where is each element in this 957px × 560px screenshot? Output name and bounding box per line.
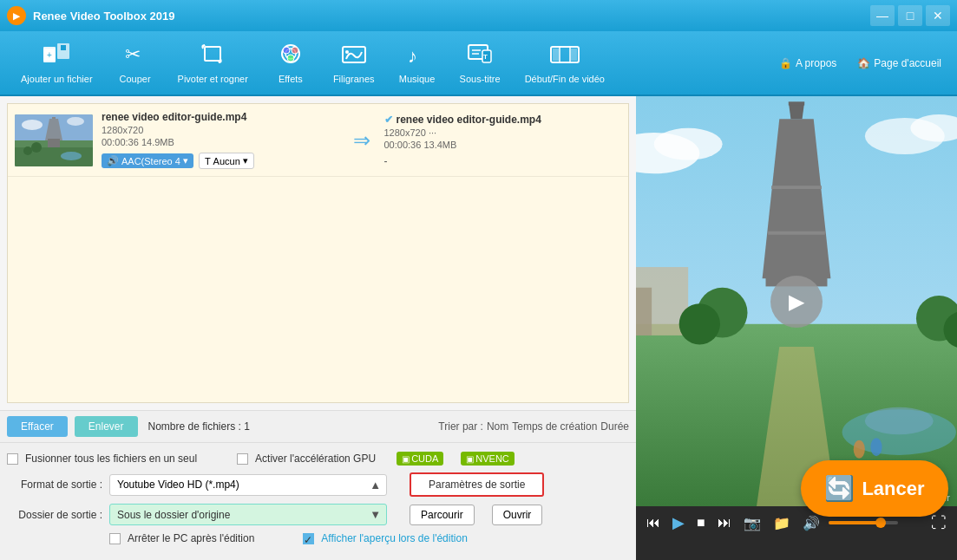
svg-point-38 [654,128,723,160]
right-panel: ▶ reneelab.fr ⏮ ▶ ■ ⏭ 📷 📁 🔊 ⛶ 🔄 L [636,96,957,560]
input-duration-size: 00:00:36 14.9MB [102,137,339,147]
svg-point-13 [345,50,349,54]
settings-row-1: Fusionner tous les fichiers en un seul A… [7,452,629,466]
enlever-button[interactable]: Enlever [75,416,138,437]
close-button[interactable]: ✕ [926,5,950,26]
nvidia-icon-nvenc: ▣ [466,454,474,464]
left-panel: renee video editor-guide.mp4 1280x720 00… [0,96,636,560]
file-list: renee video editor-guide.mp4 1280x720 00… [7,103,629,403]
volume-slider[interactable] [829,521,898,524]
output-dir-arrow-icon[interactable]: ▼ [364,505,386,524]
effects-label: Effets [279,74,303,84]
play-overlay-icon: ▶ [789,290,804,314]
apropos-label: A propos [796,57,836,69]
table-row: renee video editor-guide.mp4 1280x720 00… [8,104,628,177]
volume-fill [829,521,877,524]
parcourir-button[interactable]: Parcourir [410,505,475,525]
output-dir-label: Dossier de sortie : [7,509,102,521]
preview-label: ✓ Afficher l'aperçu lors de l'édition [303,532,467,544]
launch-button[interactable]: 🔄 Lancer [801,460,948,517]
file-controls: 🔊 AAC(Stereo 4 ▾ T Aucun ▾ [102,153,339,169]
toolbar-start-end[interactable]: Début/Fin de vidéo [513,36,617,89]
svg-text:✂: ✂ [125,43,141,65]
toolbar-rotate-crop[interactable]: Pivoter et rogner [166,36,260,89]
watermark-icon [339,42,369,70]
watermark-label: Filigranes [333,74,375,84]
toolbar-subtitle[interactable]: T Sous-titre [448,36,513,89]
skip-back-button[interactable]: ⏮ [643,513,664,532]
params-button[interactable]: Paramètres de sortie [410,472,544,497]
start-end-icon [549,42,580,70]
toolbar-cut[interactable]: ✂ Couper [105,36,166,89]
minimize-button[interactable]: — [870,5,895,26]
skip-forward-button[interactable]: ⏭ [714,513,735,532]
app-title: Renee Video Toolbox 2019 [33,10,870,23]
stop-pc-checkbox[interactable] [109,533,121,544]
input-filename: renee video editor-guide.mp4 [102,111,339,123]
sort-duration[interactable]: Durée [600,420,629,433]
toolbar-effects[interactable]: Effets [260,36,321,89]
title-bar: ▶ Renee Video Toolbox 2019 — □ ✕ [0,0,957,31]
output-duration-size: 00:00:36 13.4MB [384,140,622,150]
volume-button[interactable]: 🔊 [799,513,823,533]
audio-select[interactable]: 🔊 AAC(Stereo 4 ▾ [102,153,193,168]
format-arrow-icon[interactable]: ▲ [364,475,386,495]
svg-text:T: T [483,53,488,61]
svg-rect-24 [571,49,577,61]
output-dir-input[interactable]: Sous le dossier d'origine [110,505,364,524]
nvidia-icon-cuda: ▣ [402,454,410,464]
svg-point-34 [31,142,42,153]
folder-button[interactable]: 📁 [770,513,794,533]
subtitle-label: Sous-titre [460,74,501,84]
sort-date[interactable]: Temps de création [512,420,597,433]
sort-name[interactable]: Nom [487,420,508,433]
gpu-checkbox[interactable] [237,453,248,465]
cuda-badge[interactable]: ▣ CUDA [397,452,443,466]
rotate-crop-icon [198,42,227,70]
stop-button[interactable]: ■ [693,513,709,532]
fullscreen-button[interactable]: ⛶ [928,512,950,534]
stop-pc-label: Arrêter le PC après l'édition [109,532,254,544]
svg-point-32 [67,117,84,126]
video-preview: ▶ reneelab.fr [636,96,957,506]
toolbar-watermark[interactable]: Filigranes [321,36,387,89]
apropos-button[interactable]: 🔒 A propos [772,54,843,73]
play-overlay-button[interactable]: ▶ [770,276,823,328]
convert-arrow: ⇒ [353,128,370,153]
svg-point-54 [679,303,720,344]
toolbar-add-file[interactable]: + Ajouter un fichier [9,36,105,89]
svg-point-11 [287,55,294,62]
screenshot-button[interactable]: 📷 [740,513,764,533]
sort-label: Trier par : [438,420,483,433]
bottom-controls: Effacer Enlever Nombre de fichiers : 1 T… [0,410,636,442]
nvenc-badge[interactable]: ▣ NVENC [461,452,515,466]
settings-row-checks: Arrêter le PC après l'édition ✓ Afficher… [7,532,629,544]
play-button[interactable]: ▶ [669,511,688,534]
input-file-info: renee video editor-guide.mp4 1280x720 00… [102,111,339,169]
input-resolution: 1280x720 [102,125,339,135]
output-file-info: ✔ renee video editor-guide.mp4 1280x720 … [384,114,622,167]
lock-icon: 🔒 [779,57,792,69]
output-resolution: 1280x720 ··· [384,127,622,138]
svg-rect-23 [553,49,559,61]
effacer-button[interactable]: Effacer [7,416,68,437]
svg-point-35 [23,147,32,155]
launch-label: Lancer [862,478,924,500]
ouvrir-button[interactable]: Ouvrir [492,505,543,525]
app-logo: ▶ [7,6,26,25]
add-file-icon: + [42,42,71,70]
toolbar-music[interactable]: ♪ Musique [387,36,448,89]
start-end-label: Début/Fin de vidéo [525,74,605,84]
launch-area: 🔄 Lancer [636,539,957,560]
subtitle-select[interactable]: T Aucun ▾ [199,153,254,169]
home-button[interactable]: 🏠 Page d'accueil [850,54,948,73]
format-select[interactable]: Youtube Video HD (*.mp4) [110,475,364,494]
thumbnail-image [15,114,93,166]
output-dash: - [384,155,622,167]
volume-thumb [875,518,886,528]
merge-checkbox[interactable] [7,453,18,465]
gpu-label: Activer l'accélération GPU [237,453,376,465]
maximize-button[interactable]: □ [898,5,922,26]
svg-rect-30 [48,139,60,147]
preview-checkbox[interactable]: ✓ [303,533,314,544]
